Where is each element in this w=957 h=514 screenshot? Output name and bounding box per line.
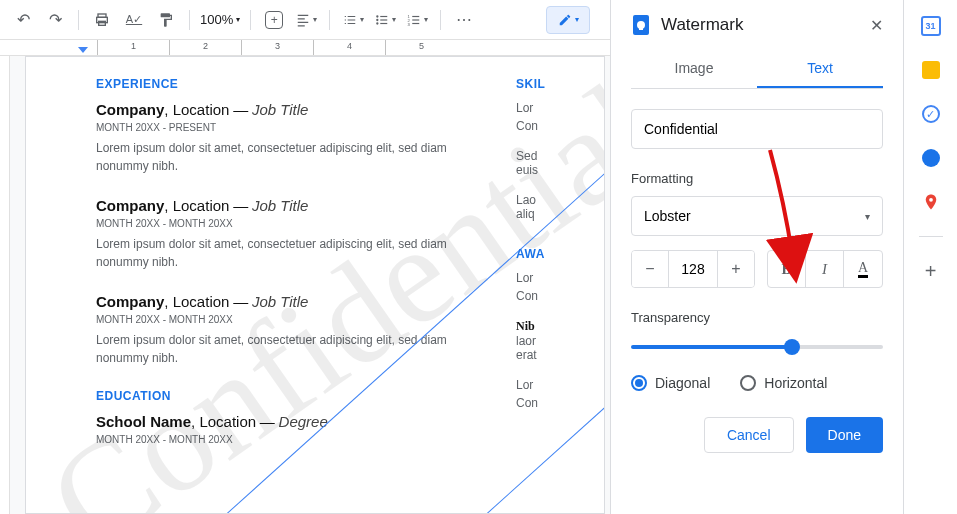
text: Lor <box>516 101 605 115</box>
svg-rect-18 <box>639 25 643 30</box>
entry-body: Lorem ipsum dolor sit amet, consectetuer… <box>96 139 496 175</box>
section-awards: AWA <box>516 247 605 261</box>
spellcheck-icon[interactable]: A✓ <box>121 7 147 33</box>
school-title: School Name, Location — Degree <box>96 413 604 431</box>
watermark-panel: Watermark ✕ Image Text Formatting Lobste… <box>610 0 903 514</box>
svg-point-19 <box>929 198 933 202</box>
entry-body: Lorem ipsum dolor sit amet, consectetuer… <box>96 331 496 367</box>
number-list-icon[interactable]: 123 <box>404 7 430 33</box>
document-page[interactable]: Confidential EXPERIENCE Company, Locatio… <box>25 56 605 514</box>
align-icon[interactable] <box>293 7 319 33</box>
tab-image[interactable]: Image <box>631 50 757 88</box>
font-size-stepper: − + <box>631 250 755 288</box>
bullet-list-icon[interactable] <box>372 7 398 33</box>
watermark-text-input[interactable] <box>631 109 883 149</box>
tasks-icon[interactable]: ✓ <box>921 104 941 124</box>
bold-button[interactable]: B <box>768 251 806 287</box>
redo-icon[interactable]: ↷ <box>42 7 68 33</box>
panel-title: Watermark <box>661 15 860 35</box>
svg-point-3 <box>376 15 378 17</box>
text: Lor <box>516 271 605 285</box>
watermark-icon <box>631 14 651 36</box>
svg-point-5 <box>376 22 378 24</box>
decrease-size-button[interactable]: − <box>632 251 668 287</box>
paint-format-icon[interactable] <box>153 7 179 33</box>
text: erat <box>516 348 605 362</box>
add-addon-icon[interactable]: + <box>921 261 941 281</box>
keep-icon[interactable] <box>921 60 941 80</box>
insert-box-icon[interactable]: + <box>265 11 283 29</box>
vertical-ruler[interactable] <box>0 56 10 514</box>
svg-point-4 <box>376 18 378 20</box>
italic-button[interactable]: I <box>806 251 844 287</box>
checklist-icon[interactable] <box>340 7 366 33</box>
text: Con <box>516 289 605 303</box>
side-panel: 31 ✓ + <box>903 0 957 514</box>
text-bold: Nib <box>516 319 605 334</box>
ruler-tick: 5 <box>385 40 457 55</box>
contacts-icon[interactable] <box>921 148 941 168</box>
horizontal-ruler[interactable]: 1 2 3 4 5 <box>0 40 610 56</box>
formatting-label: Formatting <box>631 171 883 186</box>
svg-rect-7 <box>380 19 387 20</box>
text: Con <box>516 119 605 133</box>
undo-icon[interactable]: ↶ <box>10 7 36 33</box>
calendar-icon[interactable]: 31 <box>921 16 941 36</box>
text: euis <box>516 163 605 177</box>
transparency-slider[interactable] <box>631 345 883 349</box>
close-icon[interactable]: ✕ <box>870 16 883 35</box>
svg-rect-8 <box>380 22 387 23</box>
ruler-tick: 4 <box>313 40 385 55</box>
text: Lao <box>516 193 605 207</box>
transparency-label: Transparency <box>631 310 883 325</box>
tab-text[interactable]: Text <box>757 50 883 88</box>
font-size-input[interactable] <box>668 251 718 287</box>
ruler-tick: 3 <box>241 40 313 55</box>
svg-rect-6 <box>380 15 387 16</box>
print-icon[interactable] <box>89 7 115 33</box>
editing-mode-button[interactable]: ▾ <box>546 6 590 34</box>
entry-body: Lorem ipsum dolor sit amet, consectetuer… <box>96 235 496 271</box>
maps-icon[interactable] <box>921 192 941 212</box>
font-select[interactable]: Lobster▾ <box>631 196 883 236</box>
toolbar: ↶ ↷ A✓ 100%▾ + 123 ⋯ ▾ <box>0 0 610 40</box>
right-column: SKIL Lor Con Sed euis Lao aliq AWA Lor C… <box>516 77 605 410</box>
cancel-button[interactable]: Cancel <box>704 417 794 453</box>
increase-size-button[interactable]: + <box>718 251 754 287</box>
ruler-tick: 1 <box>97 40 169 55</box>
text: Con <box>516 396 605 410</box>
text: laor <box>516 334 605 348</box>
svg-text:3: 3 <box>407 21 410 26</box>
svg-rect-12 <box>412 15 419 16</box>
text: Lor <box>516 378 605 392</box>
radio-diagonal[interactable]: Diagonal <box>631 375 710 391</box>
done-button[interactable]: Done <box>806 417 883 453</box>
text: Sed <box>516 149 605 163</box>
text-color-button[interactable]: A <box>844 251 882 287</box>
svg-rect-13 <box>412 19 419 20</box>
radio-horizontal[interactable]: Horizontal <box>740 375 827 391</box>
school-date: MONTH 20XX - MONTH 20XX <box>96 434 604 445</box>
svg-rect-14 <box>412 22 419 23</box>
section-skills: SKIL <box>516 77 605 91</box>
ruler-tick: 2 <box>169 40 241 55</box>
text: aliq <box>516 207 605 221</box>
more-icon[interactable]: ⋯ <box>451 7 477 33</box>
zoom-level[interactable]: 100%▾ <box>200 12 240 27</box>
